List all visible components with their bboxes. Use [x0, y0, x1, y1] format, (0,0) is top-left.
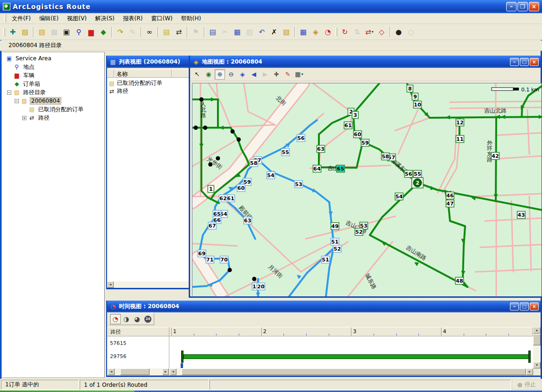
- route-bar-end-cap[interactable]: [528, 351, 531, 363]
- clock-quarter-button[interactable]: ◔: [110, 314, 121, 324]
- scroll-thumb[interactable]: [182, 368, 526, 375]
- assign-button[interactable]: ↷: [115, 26, 126, 38]
- notes-button[interactable]: ▤: [161, 26, 172, 38]
- unassign-orders-button[interactable]: ⇅: [351, 26, 363, 38]
- scroll-left-arrow[interactable]: ◂: [170, 368, 176, 375]
- location-button[interactable]: ⚲: [73, 26, 84, 38]
- rebuild-routes-button[interactable]: ↻: [339, 26, 350, 38]
- select-button[interactable]: ↖: [192, 69, 202, 80]
- open-button[interactable]: ▨: [19, 26, 31, 38]
- list-view-titlebar[interactable]: ▦ 列表视图 (20060804): [107, 56, 191, 68]
- back-button[interactable]: ◀: [249, 69, 259, 80]
- scroll-left-arrow[interactable]: ◂: [108, 368, 115, 375]
- time-maximize-button[interactable]: □: [520, 302, 529, 310]
- properties-button[interactable]: ▤: [207, 26, 218, 38]
- scroll-left-arrow[interactable]: ◂: [107, 281, 114, 288]
- map-view-titlebar[interactable]: ◈ 地图视图 : 20060804 – □ ×: [190, 56, 541, 68]
- delete-button[interactable]: ✗: [268, 26, 280, 38]
- menu-编辑E[interactable]: 编辑(E): [35, 14, 63, 23]
- route-gantt-bar[interactable]: [183, 354, 529, 359]
- zoom-selected-button[interactable]: ◈: [237, 69, 248, 80]
- list-item-已取消分配的订单[interactable]: ▤已取消分配的订单: [107, 79, 191, 87]
- unlock-button[interactable]: ○: [405, 26, 417, 38]
- print-dropdown-icon[interactable]: ▾: [301, 72, 303, 76]
- time-view-titlebar[interactable]: ◔ 时间视图 : 20060804 – □ ×: [107, 301, 541, 312]
- tree-item-vehicles[interactable]: ▆车辆: [2, 71, 104, 80]
- cut-button[interactable]: ✂: [219, 26, 231, 38]
- map-minimize-button[interactable]: –: [510, 58, 519, 66]
- time-minimize-button[interactable]: –: [510, 302, 519, 310]
- collapse-toggle[interactable]: −: [7, 90, 11, 95]
- list-column-name[interactable]: 名称: [114, 69, 172, 78]
- pan-button[interactable]: ✚: [271, 69, 282, 80]
- time-vscrollbar[interactable]: ▴ ▾: [533, 327, 541, 368]
- save-button[interactable]: ▣: [61, 26, 72, 38]
- zoom-out-button[interactable]: ⊖: [226, 69, 236, 80]
- new-button[interactable]: ✚: [7, 26, 18, 38]
- map-maximize-button[interactable]: □: [520, 58, 529, 66]
- time-hscrollbar[interactable]: ◂ ▸: [170, 368, 533, 376]
- collapse-toggle[interactable]: −: [15, 99, 19, 103]
- expand-toggle[interactable]: +: [22, 116, 26, 120]
- menu-文件F[interactable]: 文件(F): [8, 14, 35, 23]
- order-box-button[interactable]: ◆: [98, 26, 109, 38]
- list-hscrollbar[interactable]: ◂: [107, 281, 191, 288]
- menu-帮助H[interactable]: 帮助(H): [177, 14, 205, 23]
- scroll-right-arrow[interactable]: ▸: [162, 368, 169, 375]
- scroll-thumb[interactable]: [533, 334, 541, 345]
- route-arrange-button[interactable]: ⇄: [173, 26, 184, 38]
- tree-item-unassigned-orders[interactable]: ▤已取消分配的订单: [2, 105, 104, 114]
- list-view-button[interactable]: ▦: [298, 26, 309, 38]
- tree-item-routes[interactable]: +⇄路径: [2, 114, 104, 122]
- menu-解决S[interactable]: 解决(S): [91, 14, 119, 23]
- menu-窗口W[interactable]: 窗口(W): [147, 14, 176, 23]
- route-row-57615[interactable]: 57615: [110, 340, 126, 346]
- zoom-in-button[interactable]: ⊕: [215, 69, 225, 80]
- column-divider[interactable]: [169, 327, 169, 368]
- map-close-button[interactable]: ×: [530, 58, 539, 66]
- tree-item-service-area[interactable]: ▣Service Area: [2, 54, 104, 63]
- clock-hour-button[interactable]: ◕: [132, 314, 142, 324]
- tree-item-order-box[interactable]: ◆订单箱: [2, 80, 104, 88]
- tree-item-route-20060804[interactable]: −▨20060804: [2, 97, 104, 105]
- resequence-button[interactable]: ⇄▾: [364, 26, 375, 38]
- time-cursor-tick[interactable]: [181, 363, 183, 368]
- title-bar[interactable]: ArcLogistics Route – ❐ ×: [0, 0, 542, 13]
- paste-button[interactable]: ▥: [244, 26, 255, 38]
- copy-to-button[interactable]: ▧: [281, 26, 292, 38]
- copy-button[interactable]: ▦: [232, 26, 243, 38]
- resequence-dropdown-icon[interactable]: ▾: [372, 30, 374, 34]
- time-close-button[interactable]: ×: [530, 302, 539, 310]
- scroll-down-arrow[interactable]: ▾: [533, 362, 541, 368]
- print-button[interactable]: ▦▾: [294, 69, 304, 80]
- forward-button[interactable]: ▶: [260, 69, 270, 80]
- scroll-right-arrow[interactable]: ▸: [526, 368, 533, 375]
- scroll-track[interactable]: [114, 281, 191, 288]
- find-button[interactable]: ∞: [144, 26, 155, 38]
- time-view-button[interactable]: ◔: [322, 26, 334, 38]
- reroute-button[interactable]: ◇: [376, 26, 387, 38]
- edit-button[interactable]: ✎: [127, 26, 138, 38]
- scroll-thumb[interactable]: [120, 368, 150, 375]
- undo-button[interactable]: ↶: [256, 26, 267, 38]
- list-item-路径[interactable]: ⇄路径: [107, 87, 191, 95]
- globe-extent-button[interactable]: ◉: [203, 69, 214, 80]
- scroll-up-arrow[interactable]: ▴: [533, 327, 541, 334]
- close-button[interactable]: ×: [529, 2, 539, 11]
- draw-button[interactable]: ✎: [283, 69, 293, 80]
- restore-button[interactable]: ❐: [517, 2, 528, 11]
- new-folder-button[interactable]: ▧: [36, 26, 48, 38]
- menu-报表R[interactable]: 报表(R): [119, 14, 147, 23]
- stop-button[interactable]: ⊗ 停止: [512, 380, 541, 390]
- duplicate-button[interactable]: ▦: [49, 26, 60, 38]
- menu-grip[interactable]: [4, 14, 6, 23]
- minimize-button[interactable]: –: [506, 2, 517, 11]
- map-view-button[interactable]: ◈: [310, 26, 321, 38]
- time-left-hscrollbar[interactable]: ◂ ▸: [108, 368, 169, 376]
- vehicle-button[interactable]: ▆: [85, 26, 97, 38]
- route-row-29756[interactable]: 29756: [110, 353, 126, 359]
- toolbar-grip[interactable]: [3, 28, 5, 36]
- tree-item-route-folder[interactable]: −▨路径目录: [2, 88, 104, 97]
- toolbar-grip[interactable]: [335, 28, 337, 36]
- clock-half-button[interactable]: ◑: [121, 314, 132, 324]
